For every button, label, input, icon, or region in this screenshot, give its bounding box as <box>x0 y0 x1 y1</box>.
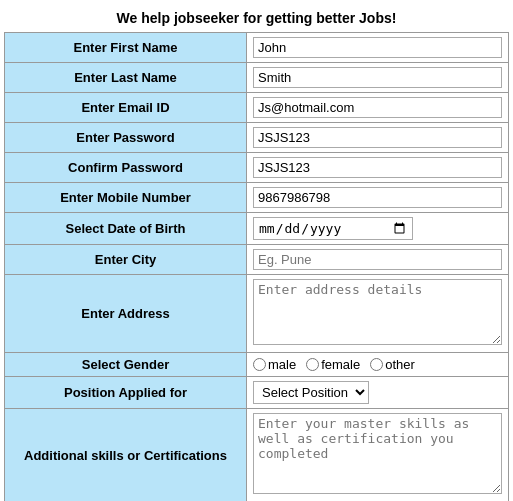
dob-row: Select Date of Birth <box>5 213 509 245</box>
address-textarea[interactable] <box>253 279 502 345</box>
address-row: Enter Address <box>5 275 509 353</box>
gender-female-text: female <box>321 357 360 372</box>
last-name-label: Enter Last Name <box>5 63 247 93</box>
gender-options: male female other <box>253 357 502 372</box>
password-input[interactable] <box>253 127 502 148</box>
address-cell <box>247 275 509 353</box>
mobile-label: Enter Mobile Number <box>5 183 247 213</box>
confirm-password-row: Confirm Password <box>5 153 509 183</box>
mobile-row: Enter Mobile Number <box>5 183 509 213</box>
dob-input[interactable] <box>253 217 413 240</box>
first-name-label: Enter First Name <box>5 33 247 63</box>
gender-male-radio[interactable] <box>253 358 266 371</box>
skills-row: Additional skills or Certifications <box>5 409 509 502</box>
mobile-cell <box>247 183 509 213</box>
gender-cell: male female other <box>247 353 509 377</box>
page-wrapper: We help jobseeker for getting better Job… <box>0 0 513 501</box>
gender-female-radio[interactable] <box>306 358 319 371</box>
position-label: Position Applied for <box>5 377 247 409</box>
mobile-input[interactable] <box>253 187 502 208</box>
first-name-row: Enter First Name <box>5 33 509 63</box>
dob-cell <box>247 213 509 245</box>
confirm-password-input[interactable] <box>253 157 502 178</box>
email-cell <box>247 93 509 123</box>
position-select[interactable]: Select Position <box>253 381 369 404</box>
registration-form: Enter First Name Enter Last Name Enter E… <box>4 32 509 501</box>
skills-cell <box>247 409 509 502</box>
city-row: Enter City <box>5 245 509 275</box>
email-input[interactable] <box>253 97 502 118</box>
skills-textarea[interactable] <box>253 413 502 494</box>
dob-label: Select Date of Birth <box>5 213 247 245</box>
password-cell <box>247 123 509 153</box>
address-label: Enter Address <box>5 275 247 353</box>
header-title: We help jobseeker for getting better Job… <box>117 10 397 26</box>
gender-row: Select Gender male female other <box>5 353 509 377</box>
city-input[interactable] <box>253 249 502 270</box>
position-cell: Select Position <box>247 377 509 409</box>
last-name-row: Enter Last Name <box>5 63 509 93</box>
gender-male-text: male <box>268 357 296 372</box>
first-name-cell <box>247 33 509 63</box>
position-row: Position Applied for Select Position <box>5 377 509 409</box>
page-header: We help jobseeker for getting better Job… <box>4 4 509 32</box>
gender-other-radio[interactable] <box>370 358 383 371</box>
gender-male-label[interactable]: male <box>253 357 296 372</box>
gender-other-text: other <box>385 357 415 372</box>
password-label: Enter Password <box>5 123 247 153</box>
city-cell <box>247 245 509 275</box>
last-name-cell <box>247 63 509 93</box>
confirm-password-label: Confirm Password <box>5 153 247 183</box>
password-row: Enter Password <box>5 123 509 153</box>
confirm-password-cell <box>247 153 509 183</box>
gender-female-label[interactable]: female <box>306 357 360 372</box>
gender-label: Select Gender <box>5 353 247 377</box>
last-name-input[interactable] <box>253 67 502 88</box>
gender-other-label[interactable]: other <box>370 357 415 372</box>
email-label: Enter Email ID <box>5 93 247 123</box>
city-label: Enter City <box>5 245 247 275</box>
email-row: Enter Email ID <box>5 93 509 123</box>
first-name-input[interactable] <box>253 37 502 58</box>
skills-label: Additional skills or Certifications <box>5 409 247 502</box>
